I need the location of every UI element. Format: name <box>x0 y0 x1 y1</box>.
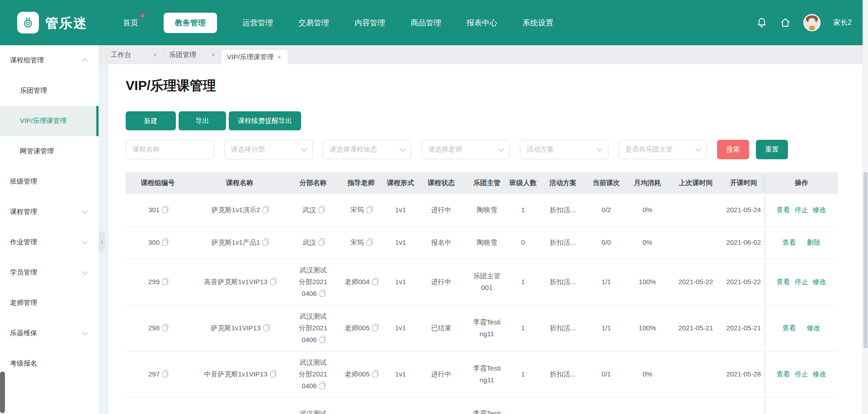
action-link-查看[interactable]: 查看 <box>777 368 790 380</box>
cell-teacher: 宋筠 <box>337 226 385 259</box>
page-scrollbar[interactable] <box>863 0 868 414</box>
filter-placeholder: 课程名称 <box>132 145 160 154</box>
create-button[interactable]: 新建 <box>126 111 176 130</box>
column-header-5: 课程状态 <box>416 172 467 194</box>
copy-icon[interactable] <box>320 383 325 389</box>
action-link-修改[interactable]: 修改 <box>813 204 826 216</box>
copy-icon[interactable] <box>270 279 275 285</box>
export-button[interactable]: 导出 <box>179 111 226 130</box>
copy-icon[interactable] <box>320 337 325 343</box>
cell-activity-plan: 折扣活... <box>539 351 587 397</box>
nav-item-1[interactable]: 教务管理 <box>164 13 217 33</box>
tab-close-icon[interactable]: × <box>274 53 281 61</box>
sidebar-item-0[interactable]: 课程组管理 <box>0 45 99 76</box>
sidebar-item-9[interactable]: 乐器维保 <box>0 318 99 348</box>
copy-icon[interactable] <box>162 279 167 285</box>
chevron-down-icon <box>400 146 406 152</box>
action-link-修改[interactable]: 修改 <box>813 276 826 288</box>
nav-item-0[interactable]: 首页 <box>123 18 138 28</box>
copy-icon[interactable] <box>319 207 324 213</box>
action-link-查看[interactable]: 查看 <box>777 276 790 288</box>
filter-input-0[interactable]: 课程名称 <box>126 140 214 159</box>
filter-select-2[interactable]: 请选择课程状态 <box>323 140 411 159</box>
nav-item-3[interactable]: 交易管理 <box>298 18 329 28</box>
search-button[interactable]: 搜索 <box>717 140 749 159</box>
action-link-查看[interactable]: 查看 <box>783 322 796 334</box>
copy-icon[interactable] <box>263 207 268 213</box>
sidebar-item-3[interactable]: 网管课管理 <box>0 136 99 167</box>
nav-item-2[interactable]: 运营管理 <box>242 18 273 28</box>
sidebar-item-5[interactable]: 课程管理 <box>0 197 99 227</box>
filter-select-4[interactable]: 活动方案 <box>520 140 609 159</box>
cell-band-supervisor: 陶映雪 <box>467 194 507 226</box>
home-icon[interactable] <box>780 17 791 28</box>
cell-teacher: 老师005 <box>337 305 385 351</box>
filter-select-5[interactable]: 是否有乐团主管 <box>618 140 707 159</box>
sidebar-item-10[interactable]: 考级报名 <box>0 348 99 379</box>
copy-icon[interactable] <box>263 240 268 246</box>
avatar[interactable] <box>803 14 821 31</box>
sidebar-item-8[interactable]: 老师管理 <box>0 288 99 318</box>
cell-course-form: 1v1 <box>385 351 416 397</box>
cell-start-time: 2021-05-21 <box>722 305 765 351</box>
action-link-停止[interactable]: 停止 <box>795 368 808 380</box>
copy-icon[interactable] <box>162 325 167 331</box>
column-header-10: 月均消耗 <box>626 172 669 194</box>
cell-last-lesson-time <box>669 226 722 259</box>
notification-bell-icon[interactable] <box>756 17 767 28</box>
filter-select-1[interactable]: 请选择分部 <box>224 140 313 159</box>
action-link-修改[interactable]: 修改 <box>813 368 826 380</box>
copy-icon[interactable] <box>367 207 372 213</box>
nav-item-4[interactable]: 内容管理 <box>354 18 385 28</box>
nav-item-7[interactable]: 系统设置 <box>523 18 553 28</box>
renewal-reminder-export-button[interactable]: 课程续费提醒导出 <box>229 111 301 130</box>
page-scrollbar-thumb[interactable] <box>863 172 868 348</box>
tab-2[interactable]: VIP/乐理课管理× <box>222 50 288 64</box>
copy-icon[interactable] <box>162 207 167 213</box>
sidebar-item-2[interactable]: VIP/乐理课管理 <box>0 106 99 136</box>
copy-icon[interactable] <box>367 240 372 246</box>
action-link-查看[interactable]: 查看 <box>777 204 790 216</box>
sidebar-item-label: 课程管理 <box>10 208 37 216</box>
user-name[interactable]: 家长2 <box>833 18 852 28</box>
reset-button[interactable]: 重置 <box>756 140 788 159</box>
sidebar-item-6[interactable]: 作业管理 <box>0 227 99 257</box>
cell-branch-name: 武汉测试分部20210406 <box>289 259 337 305</box>
cell-course-status <box>416 397 467 414</box>
action-link-删除[interactable]: 删除 <box>807 237 821 248</box>
cell-course-form: 1v1 <box>385 194 416 226</box>
cell-band-supervisor: 李霞Testing11 <box>467 305 507 351</box>
sidebar-item-7[interactable]: 学员管理 <box>0 257 99 288</box>
tab-1[interactable]: 乐团管理× <box>164 45 222 64</box>
nav-item-5[interactable]: 商品管理 <box>410 18 441 28</box>
copy-icon[interactable] <box>373 325 377 331</box>
tab-close-icon[interactable]: × <box>205 51 215 58</box>
copy-icon[interactable] <box>373 371 377 377</box>
filter-placeholder: 请选择老师 <box>428 145 462 154</box>
tab-0[interactable]: 工作台× <box>105 45 163 64</box>
copy-icon[interactable] <box>264 325 269 331</box>
sidebar-item-1[interactable]: 乐团管理 <box>0 76 99 106</box>
nav-item-6[interactable]: 报表中心 <box>467 18 497 28</box>
cell-band-supervisor: 李霞Testi <box>467 397 507 414</box>
action-link-停止[interactable]: 停止 <box>795 276 808 288</box>
sidebar-collapse-handle[interactable]: ‹ <box>99 232 105 252</box>
copy-icon[interactable] <box>373 279 377 285</box>
cell-branch-name: 武汉 <box>289 194 337 226</box>
sidebar-item-label: 学员管理 <box>10 268 37 277</box>
copy-icon[interactable] <box>320 291 325 297</box>
cell-activity-plan: 折扣活... <box>539 305 587 351</box>
brand-name: 管乐迷 <box>45 14 87 33</box>
cell-branch-name: 武汉测试分部20210406 <box>289 305 337 351</box>
copy-icon[interactable] <box>162 240 167 246</box>
copy-icon[interactable] <box>162 371 167 377</box>
action-link-查看[interactable]: 查看 <box>783 237 796 248</box>
copy-icon[interactable] <box>270 371 275 377</box>
sidebar-item-4[interactable]: 班级管理 <box>0 167 99 197</box>
action-link-停止[interactable]: 停止 <box>795 204 808 216</box>
tab-close-icon[interactable]: × <box>147 51 157 58</box>
action-link-修改[interactable]: 修改 <box>807 322 821 334</box>
filter-select-3[interactable]: 请选择老师 <box>421 140 510 159</box>
copy-icon[interactable] <box>319 240 324 246</box>
sidebar-scrollbar-thumb[interactable] <box>0 371 5 413</box>
